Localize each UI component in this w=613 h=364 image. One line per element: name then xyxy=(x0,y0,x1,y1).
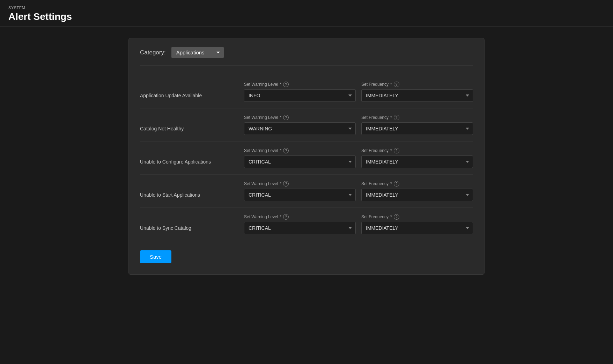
alert-rows-container: Application Update AvailableSet Warning … xyxy=(140,75,473,241)
frequency-label: Set Frequency * ? xyxy=(361,82,473,87)
page-header: SYSTEM Alert Settings xyxy=(0,0,613,27)
warning-level-group: Set Warning Level * ?INFOWARNINGCRITICAL xyxy=(244,214,356,234)
warning-level-group: Set Warning Level * ?INFOWARNINGCRITICAL xyxy=(244,82,356,102)
save-button[interactable]: Save xyxy=(140,250,171,263)
system-label: SYSTEM xyxy=(8,6,605,10)
required-marker: * xyxy=(280,148,282,153)
frequency-select[interactable]: IMMEDIATELYDAILYWEEKLY xyxy=(361,156,473,168)
frequency-select[interactable]: IMMEDIATELYDAILYWEEKLY xyxy=(361,189,473,201)
required-marker: * xyxy=(280,181,282,186)
required-marker: * xyxy=(390,82,392,87)
frequency-label: Set Frequency * ? xyxy=(361,148,473,153)
frequency-help-icon[interactable]: ? xyxy=(394,148,399,153)
warning-level-label: Set Warning Level * ? xyxy=(244,181,356,187)
warning-level-group: Set Warning Level * ?INFOWARNINGCRITICAL xyxy=(244,181,356,201)
frequency-select[interactable]: IMMEDIATELYDAILYWEEKLY xyxy=(361,222,473,234)
frequency-group: Set Frequency * ?IMMEDIATELYDAILYWEEKLY xyxy=(361,115,473,135)
warning-level-group: Set Warning Level * ?INFOWARNINGCRITICAL xyxy=(244,148,356,168)
alert-name: Unable to Configure Applications xyxy=(140,151,238,165)
save-section: Save xyxy=(140,250,473,263)
required-marker: * xyxy=(390,214,392,219)
alert-row: Application Update AvailableSet Warning … xyxy=(140,75,473,108)
alert-row: Unable to Start ApplicationsSet Warning … xyxy=(140,175,473,208)
category-label: Category: xyxy=(140,49,166,56)
warning-level-group: Set Warning Level * ?INFOWARNINGCRITICAL xyxy=(244,115,356,135)
frequency-help-icon[interactable]: ? xyxy=(394,82,399,87)
warning-level-label: Set Warning Level * ? xyxy=(244,148,356,153)
warning-level-help-icon[interactable]: ? xyxy=(283,181,289,187)
warning-level-help-icon[interactable]: ? xyxy=(283,115,289,120)
warning-level-select[interactable]: INFOWARNINGCRITICAL xyxy=(244,189,356,201)
category-row: Category: Applications System Network Se… xyxy=(140,47,473,66)
settings-card: Category: Applications System Network Se… xyxy=(128,38,485,275)
frequency-help-icon[interactable]: ? xyxy=(394,115,399,120)
alert-row: Unable to Sync CatalogSet Warning Level … xyxy=(140,208,473,241)
frequency-group: Set Frequency * ?IMMEDIATELYDAILYWEEKLY xyxy=(361,181,473,201)
warning-level-select[interactable]: INFOWARNINGCRITICAL xyxy=(244,89,356,102)
alert-name: Unable to Sync Catalog xyxy=(140,218,238,231)
required-marker: * xyxy=(280,214,282,219)
category-dropdown[interactable]: Applications System Network Security xyxy=(171,47,224,58)
frequency-group: Set Frequency * ?IMMEDIATELYDAILYWEEKLY xyxy=(361,214,473,234)
warning-level-select[interactable]: INFOWARNINGCRITICAL xyxy=(244,222,356,234)
alert-row: Catalog Not HealthySet Warning Level * ?… xyxy=(140,108,473,142)
warning-level-select[interactable]: INFOWARNINGCRITICAL xyxy=(244,122,356,135)
warning-level-help-icon[interactable]: ? xyxy=(283,148,289,153)
page-title: Alert Settings xyxy=(8,11,605,22)
warning-level-label: Set Warning Level * ? xyxy=(244,214,356,220)
frequency-group: Set Frequency * ?IMMEDIATELYDAILYWEEKLY xyxy=(361,82,473,102)
frequency-label: Set Frequency * ? xyxy=(361,214,473,220)
alert-name: Unable to Start Applications xyxy=(140,184,238,198)
frequency-label: Set Frequency * ? xyxy=(361,181,473,187)
alert-row: Unable to Configure ApplicationsSet Warn… xyxy=(140,142,473,175)
required-marker: * xyxy=(390,148,392,153)
frequency-select[interactable]: IMMEDIATELYDAILYWEEKLY xyxy=(361,122,473,135)
required-marker: * xyxy=(390,115,392,120)
alert-name: Application Update Available xyxy=(140,85,238,98)
warning-level-label: Set Warning Level * ? xyxy=(244,82,356,87)
warning-level-help-icon[interactable]: ? xyxy=(283,82,289,87)
frequency-help-icon[interactable]: ? xyxy=(394,181,399,187)
frequency-label: Set Frequency * ? xyxy=(361,115,473,120)
required-marker: * xyxy=(280,82,282,87)
alert-name: Catalog Not Healthy xyxy=(140,118,238,131)
required-marker: * xyxy=(390,181,392,186)
frequency-select[interactable]: IMMEDIATELYDAILYWEEKLY xyxy=(361,89,473,102)
warning-level-select[interactable]: INFOWARNINGCRITICAL xyxy=(244,156,356,168)
warning-level-help-icon[interactable]: ? xyxy=(283,214,289,220)
warning-level-label: Set Warning Level * ? xyxy=(244,115,356,120)
frequency-help-icon[interactable]: ? xyxy=(394,214,399,220)
main-content: Category: Applications System Network Se… xyxy=(0,27,613,286)
required-marker: * xyxy=(280,115,282,120)
frequency-group: Set Frequency * ?IMMEDIATELYDAILYWEEKLY xyxy=(361,148,473,168)
